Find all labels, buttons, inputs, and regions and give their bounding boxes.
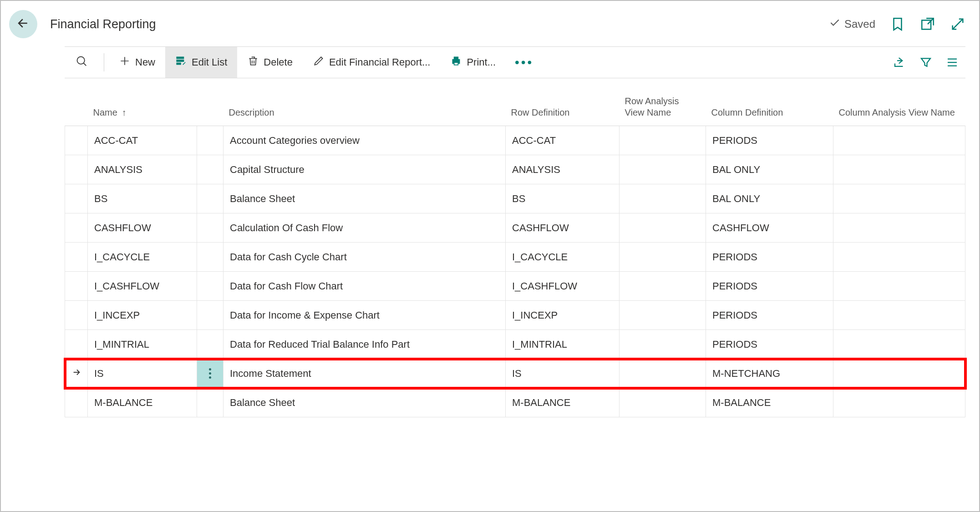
cell-column-definition[interactable]: M-NETCHANG [706,359,833,388]
col-name[interactable]: Name ↑ [88,91,197,126]
cell-column-analysis[interactable] [833,184,965,213]
col-column-definition[interactable]: Column Definition [706,91,833,126]
cell-column-analysis[interactable] [833,330,965,359]
cell-row-analysis[interactable] [619,126,706,155]
cell-row-analysis[interactable] [619,272,706,301]
cell-description[interactable]: Capital Structure [223,155,506,184]
cell-row-definition[interactable]: ACC-CAT [506,126,619,155]
cell-description[interactable]: Balance Sheet [223,388,506,417]
row-menu-button[interactable] [197,126,223,155]
cell-column-analysis[interactable] [833,301,965,330]
row-menu-button[interactable] [197,301,223,330]
cell-description[interactable]: Data for Reduced Trial Balance Info Part [223,330,506,359]
cell-description[interactable]: Data for Cash Cycle Chart [223,243,506,272]
cell-name[interactable]: I_CACYCLE [88,243,197,272]
row-indicator[interactable] [65,388,88,417]
cell-name[interactable]: IS [88,359,197,388]
cell-name[interactable]: I_CASHFLOW [88,272,197,301]
col-row-definition[interactable]: Row Definition [506,91,619,126]
cell-row-definition[interactable]: IS [506,359,619,388]
cell-column-analysis[interactable] [833,272,965,301]
row-menu-button[interactable] [197,388,223,417]
delete-button[interactable]: Delete [237,47,303,78]
row-indicator[interactable] [65,359,88,388]
table-row[interactable]: ISIncome StatementISM-NETCHANG [65,359,965,388]
row-menu-button[interactable] [197,359,223,388]
row-menu-button[interactable] [197,243,223,272]
cell-name[interactable]: I_INCEXP [88,301,197,330]
print-button[interactable]: Print... [440,47,506,78]
cell-row-analysis[interactable] [619,359,706,388]
table-row[interactable]: I_INCEXPData for Income & Expense ChartI… [65,301,965,330]
cell-description[interactable]: Balance Sheet [223,184,506,213]
row-indicator[interactable] [65,301,88,330]
table-row[interactable]: ACC-CATAccount Categories overviewACC-CA… [65,126,965,155]
new-button[interactable]: New [109,47,165,78]
table-row[interactable]: I_CACYCLEData for Cash Cycle ChartI_CACY… [65,243,965,272]
row-indicator[interactable] [65,330,88,359]
table-row[interactable]: I_MINTRIALData for Reduced Trial Balance… [65,330,965,359]
cell-row-analysis[interactable] [619,243,706,272]
cell-column-definition[interactable]: PERIODS [706,272,833,301]
cell-name[interactable]: ANALYSIS [88,155,197,184]
col-description[interactable]: Description [223,91,506,126]
cell-row-analysis[interactable] [619,301,706,330]
cell-description[interactable]: Income Statement [223,359,506,388]
col-row-analysis[interactable]: Row Analysis View Name [619,91,706,126]
cell-row-analysis[interactable] [619,184,706,213]
cell-column-analysis[interactable] [833,126,965,155]
filter-button[interactable] [919,56,933,69]
expand-button[interactable] [950,16,965,32]
cell-row-definition[interactable]: I_MINTRIAL [506,330,619,359]
row-menu-button[interactable] [197,272,223,301]
cell-name[interactable]: M-BALANCE [88,388,197,417]
table-row[interactable]: CASHFLOWCalculation Of Cash FlowCASHFLOW… [65,213,965,243]
edit-report-button[interactable]: Edit Financial Report... [303,47,441,78]
cell-row-analysis[interactable] [619,213,706,243]
cell-description[interactable]: Calculation Of Cash Flow [223,213,506,243]
cell-column-definition[interactable]: CASHFLOW [706,213,833,243]
cell-description[interactable]: Account Categories overview [223,126,506,155]
cell-row-definition[interactable]: I_CASHFLOW [506,272,619,301]
table-row[interactable]: M-BALANCEBalance SheetM-BALANCEM-BALANCE [65,388,965,417]
row-menu-button[interactable] [197,330,223,359]
back-button[interactable] [9,10,37,38]
cell-row-definition[interactable]: CASHFLOW [506,213,619,243]
cell-column-analysis[interactable] [833,243,965,272]
cell-column-analysis[interactable] [833,388,965,417]
search-button[interactable] [65,47,99,78]
cell-description[interactable]: Data for Cash Flow Chart [223,272,506,301]
cell-name[interactable]: I_MINTRIAL [88,330,197,359]
row-menu-button[interactable] [197,184,223,213]
row-menu-button[interactable] [197,155,223,184]
cell-name[interactable]: CASHFLOW [88,213,197,243]
cell-column-definition[interactable]: M-BALANCE [706,388,833,417]
cell-row-definition[interactable]: I_INCEXP [506,301,619,330]
pop-out-button[interactable] [920,16,935,32]
row-indicator[interactable] [65,213,88,243]
cell-row-analysis[interactable] [619,388,706,417]
row-indicator[interactable] [65,243,88,272]
cell-description[interactable]: Data for Income & Expense Chart [223,301,506,330]
cell-row-definition[interactable]: M-BALANCE [506,388,619,417]
cell-name[interactable]: BS [88,184,197,213]
cell-column-analysis[interactable] [833,213,965,243]
cell-row-analysis[interactable] [619,155,706,184]
cell-column-definition[interactable]: PERIODS [706,126,833,155]
row-menu-button[interactable] [197,213,223,243]
row-indicator[interactable] [65,155,88,184]
cell-row-definition[interactable]: I_CACYCLE [506,243,619,272]
row-indicator[interactable] [65,126,88,155]
bookmark-button[interactable] [890,16,905,32]
list-view-button[interactable] [945,56,959,69]
cell-column-definition[interactable]: BAL ONLY [706,155,833,184]
cell-name[interactable]: ACC-CAT [88,126,197,155]
cell-column-analysis[interactable] [833,155,965,184]
row-indicator[interactable] [65,272,88,301]
cell-column-definition[interactable]: PERIODS [706,330,833,359]
cell-column-definition[interactable]: PERIODS [706,301,833,330]
cell-column-analysis[interactable] [833,359,965,388]
table-row[interactable]: I_CASHFLOWData for Cash Flow ChartI_CASH… [65,272,965,301]
col-column-analysis[interactable]: Column Analysis View Name [833,91,965,126]
cell-row-definition[interactable]: ANALYSIS [506,155,619,184]
